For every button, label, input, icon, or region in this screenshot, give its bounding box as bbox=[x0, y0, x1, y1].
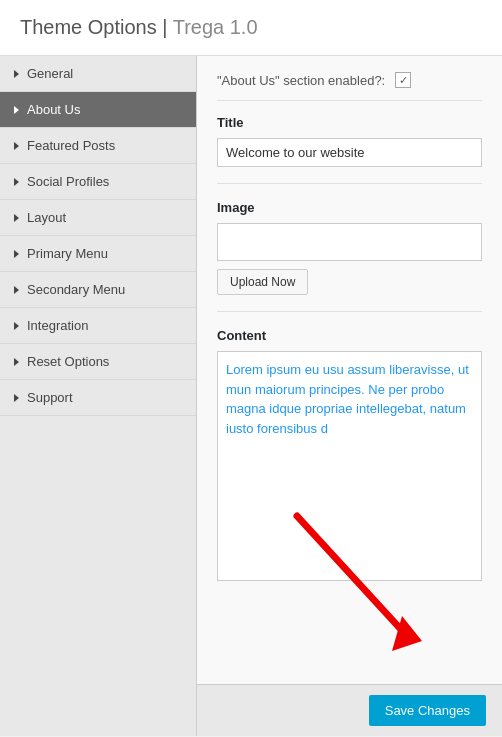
page-title-main: Theme Options bbox=[20, 16, 157, 38]
main-container: General About Us Featured Posts Social P… bbox=[0, 56, 502, 736]
sidebar-item-featured-posts[interactable]: Featured Posts bbox=[0, 128, 196, 164]
sidebar-item-label: Integration bbox=[27, 318, 88, 333]
chevron-right-icon bbox=[14, 70, 19, 78]
title-input[interactable] bbox=[217, 138, 482, 167]
chevron-right-icon bbox=[14, 250, 19, 258]
sidebar-item-label: About Us bbox=[27, 102, 80, 117]
sidebar-item-label: Support bbox=[27, 390, 73, 405]
sidebar-item-label: Primary Menu bbox=[27, 246, 108, 261]
sidebar-item-integration[interactable]: Integration bbox=[0, 308, 196, 344]
chevron-right-icon bbox=[14, 322, 19, 330]
sidebar-item-primary-menu[interactable]: Primary Menu bbox=[0, 236, 196, 272]
content-label: Content bbox=[217, 328, 482, 343]
sidebar-item-reset-options[interactable]: Reset Options bbox=[0, 344, 196, 380]
title-label: Title bbox=[217, 115, 482, 130]
content-field-group: Content Lorem ipsum eu usu assum liberav… bbox=[217, 328, 482, 600]
page-header: Theme Options | Trega 1.0 bbox=[0, 0, 502, 56]
section-enabled-label: "About Us" section enabled?: bbox=[217, 73, 385, 88]
sidebar-item-label: Layout bbox=[27, 210, 66, 225]
image-label: Image bbox=[217, 200, 482, 215]
sidebar-item-layout[interactable]: Layout bbox=[0, 200, 196, 236]
sidebar-item-label: Reset Options bbox=[27, 354, 109, 369]
sidebar-item-support[interactable]: Support bbox=[0, 380, 196, 416]
save-changes-button[interactable]: Save Changes bbox=[369, 695, 486, 726]
sidebar-item-secondary-menu[interactable]: Secondary Menu bbox=[0, 272, 196, 308]
upload-now-button[interactable]: Upload Now bbox=[217, 269, 308, 295]
sidebar-item-about-us[interactable]: About Us bbox=[0, 92, 196, 128]
sidebar-item-label: Featured Posts bbox=[27, 138, 115, 153]
page-title-sub: Trega 1.0 bbox=[173, 16, 258, 38]
chevron-right-icon bbox=[14, 178, 19, 186]
footer-bar: Save Changes bbox=[197, 684, 502, 736]
section-enabled-row: "About Us" section enabled?: ✓ bbox=[217, 72, 482, 101]
image-preview bbox=[217, 223, 482, 261]
content-area: "About Us" section enabled?: ✓ Title Ima… bbox=[197, 56, 502, 736]
chevron-right-icon bbox=[14, 142, 19, 150]
page-title-separator: | bbox=[162, 16, 172, 38]
chevron-right-icon bbox=[14, 106, 19, 114]
sidebar-item-general[interactable]: General bbox=[0, 56, 196, 92]
chevron-right-icon bbox=[14, 214, 19, 222]
content-textarea[interactable]: Lorem ipsum eu usu assum liberavisse, ut… bbox=[217, 351, 482, 581]
sidebar-item-social-profiles[interactable]: Social Profiles bbox=[0, 164, 196, 200]
sidebar-item-label: Secondary Menu bbox=[27, 282, 125, 297]
title-field-group: Title bbox=[217, 115, 482, 184]
chevron-right-icon bbox=[14, 286, 19, 294]
svg-marker-1 bbox=[392, 616, 422, 651]
section-enabled-checkbox[interactable]: ✓ bbox=[395, 72, 411, 88]
chevron-right-icon bbox=[14, 394, 19, 402]
sidebar: General About Us Featured Posts Social P… bbox=[0, 56, 197, 736]
sidebar-item-label: Social Profiles bbox=[27, 174, 109, 189]
content-inner: "About Us" section enabled?: ✓ Title Ima… bbox=[197, 56, 502, 616]
sidebar-item-label: General bbox=[27, 66, 73, 81]
image-field-group: Image Upload Now bbox=[217, 200, 482, 312]
chevron-right-icon bbox=[14, 358, 19, 366]
